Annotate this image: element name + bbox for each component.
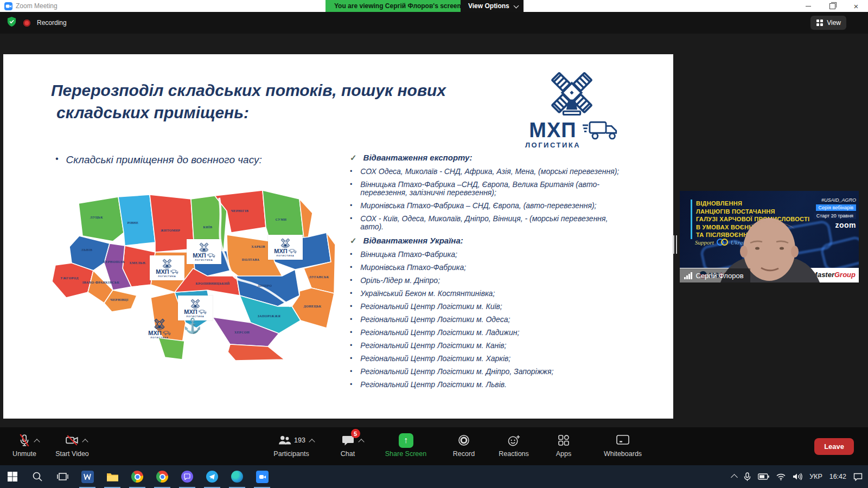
map-region-label: СУМИ xyxy=(276,218,287,221)
view-button[interactable]: View xyxy=(810,16,846,30)
map-region-label: КРОПИВНИЦЬКИЙ xyxy=(196,282,230,285)
list-item: •Регіональний Центр Логістики м. Харків; xyxy=(350,355,621,363)
close-button[interactable]: × xyxy=(844,0,868,12)
clock[interactable]: 16:42 xyxy=(829,473,846,480)
list-item: •Вінницька Птахо-Фабрика; xyxy=(350,251,621,259)
list-item: •Регіональний Центр Логістики м. Київ; xyxy=(350,303,621,311)
bullet-icon: • xyxy=(350,329,352,337)
tray-battery-icon[interactable] xyxy=(758,473,769,480)
zoom-control-bar: Unmute Start Video xyxy=(0,427,868,465)
bullet-icon: • xyxy=(350,264,352,272)
list-item: •Регіональний Центр Логістики м. Львів. xyxy=(350,381,621,389)
restore-button[interactable] xyxy=(820,0,844,12)
share-screen-icon: ↑ xyxy=(399,433,413,448)
participants-count: 193 xyxy=(294,436,305,444)
mhp-logistics-logo: МХП ЛОГИСТИКА xyxy=(523,70,621,149)
search-button[interactable] xyxy=(25,465,50,488)
recording-icon[interactable] xyxy=(23,20,30,27)
tray-expand-icon[interactable] xyxy=(731,474,738,481)
minimize-button[interactable] xyxy=(796,0,820,12)
record-button[interactable]: Record xyxy=(447,432,481,458)
list-item: •Регіональний Центр Логістики м. Ладижин… xyxy=(350,329,621,337)
taskbar-viber[interactable] xyxy=(175,465,200,488)
chevron-up-icon[interactable] xyxy=(34,439,40,445)
unmute-button[interactable]: Unmute xyxy=(8,432,41,458)
list-item: •Оріль-Лідер м. Дніпро; xyxy=(350,277,621,285)
presentation-slide: Перерозподіл складських потоків, пошук н… xyxy=(3,54,673,419)
list-item: •Регіональний Центр Логістики м. Одеса; xyxy=(350,316,621,324)
participants-button[interactable]: 193 Participants xyxy=(268,432,315,458)
start-video-button[interactable]: Start Video xyxy=(55,432,89,458)
camera-off-icon xyxy=(65,433,80,447)
chevron-up-icon[interactable] xyxy=(358,439,364,445)
bullet-icon: • xyxy=(350,202,352,210)
list-item: •СОХ - Київ, Одеса, Миколаїв, Дніпро, Ві… xyxy=(350,215,621,231)
audio-level-icon xyxy=(684,272,692,279)
map-region-label: ЧЕРНІГІВ xyxy=(231,209,248,213)
slide-left-bullet: • Складські приміщення до воєнного часу: xyxy=(55,154,262,166)
bullet-icon: • xyxy=(350,215,352,231)
list-item: •Миронівська Птахо-Фабрика; xyxy=(350,264,621,272)
participant-video-tile[interactable]: ВІДНОВЛЕННЯЛАНЦЮГІВ ПОСТАЧАННЯГАЛУЗІ ХАР… xyxy=(680,191,859,282)
apps-button[interactable]: Apps xyxy=(547,432,580,458)
bullet-icon: • xyxy=(350,342,352,350)
list-section-header: ✓Відвантаження експорту: xyxy=(350,153,621,163)
map-region-label: РІВНЕ xyxy=(127,221,139,224)
zoom-meeting-window: Zoom Meeting You are viewing Сергій Флор… xyxy=(0,0,868,488)
bullet-icon: • xyxy=(350,303,352,311)
taskbar-telegram[interactable] xyxy=(200,465,225,488)
map-region-label: ІВАНО-ФРАНКІВСЬК xyxy=(82,281,119,284)
window-title: Zoom Meeting xyxy=(16,2,58,10)
list-item: •Регіональний Центр Логістики м. Дніпро,… xyxy=(350,368,621,376)
zoom-app-icon xyxy=(4,2,12,10)
list-item: •Український Бекон м. Костянтинівка; xyxy=(350,290,621,298)
reactions-button[interactable]: Reactions xyxy=(497,432,531,458)
mhp-marker-cherkasy: МХП ЛОГИСТИКА xyxy=(187,239,221,264)
task-view-button[interactable] xyxy=(50,465,75,488)
taskbar-zoom[interactable] xyxy=(250,465,275,488)
map-region-label: ПОЛТАВА xyxy=(242,258,259,261)
security-shield-icon[interactable] xyxy=(7,16,17,29)
list-item: •Регіональний Центр Логістики м. Канів; xyxy=(350,342,621,350)
list-item: •СОХ Одеса, Миколаїв - СНД, Африка, Азія… xyxy=(350,168,621,176)
map-region-label: ЖИТОМИР xyxy=(161,229,180,232)
grid-icon xyxy=(816,19,824,27)
map-region-label: ХАРКІВ xyxy=(251,245,265,248)
map-region-label: ХЕРСОН xyxy=(234,331,250,334)
taskbar-word[interactable] xyxy=(75,465,100,488)
viewing-screen-banner: You are viewing Сергій Флоров's screen xyxy=(326,0,470,12)
apps-icon xyxy=(557,434,570,447)
share-screen-button[interactable]: ↑ Share Screen xyxy=(381,432,431,458)
map-region-label: ЛУЦЬК xyxy=(90,216,103,219)
windows-logo-icon xyxy=(7,471,18,482)
map-region-label: УЖГОРОД xyxy=(60,277,79,280)
taskbar-file-explorer[interactable] xyxy=(100,465,125,488)
tray-mic-icon[interactable] xyxy=(744,472,751,481)
search-icon xyxy=(32,471,43,482)
taskbar-chrome-1[interactable] xyxy=(125,465,150,488)
mhp-marker-vinnytsia: МХП ЛОГИСТИКА xyxy=(150,255,184,280)
panel-resize-handle[interactable] xyxy=(673,235,677,254)
taskbar-chrome-2[interactable] xyxy=(150,465,175,488)
bullet-icon: • xyxy=(350,277,352,285)
leave-button[interactable]: Leave xyxy=(814,438,854,455)
whiteboards-icon xyxy=(616,434,630,447)
chat-button[interactable]: 5 Chat xyxy=(331,432,365,458)
record-icon xyxy=(457,434,470,447)
participants-icon xyxy=(277,434,291,447)
language-indicator[interactable]: УКР xyxy=(809,473,822,480)
chevron-up-icon[interactable] xyxy=(82,439,88,445)
tray-wifi-icon[interactable] xyxy=(776,473,786,480)
folder-icon xyxy=(106,472,119,482)
taskbar-edge[interactable] xyxy=(225,465,250,488)
anchor-icon: ⚓ xyxy=(183,317,202,335)
whiteboards-button[interactable]: Whiteboards xyxy=(597,432,649,458)
start-button[interactable] xyxy=(0,465,25,488)
view-options-button[interactable]: View Options xyxy=(461,0,524,12)
action-center-icon[interactable] xyxy=(853,473,863,481)
truck-icon xyxy=(583,120,618,141)
slide-bullet-lists: ✓Відвантаження експорту:•СОХ Одеса, Мико… xyxy=(350,153,621,394)
chat-unread-badge: 5 xyxy=(351,429,360,438)
tray-volume-icon[interactable] xyxy=(793,473,802,480)
chevron-up-icon[interactable] xyxy=(309,439,315,445)
